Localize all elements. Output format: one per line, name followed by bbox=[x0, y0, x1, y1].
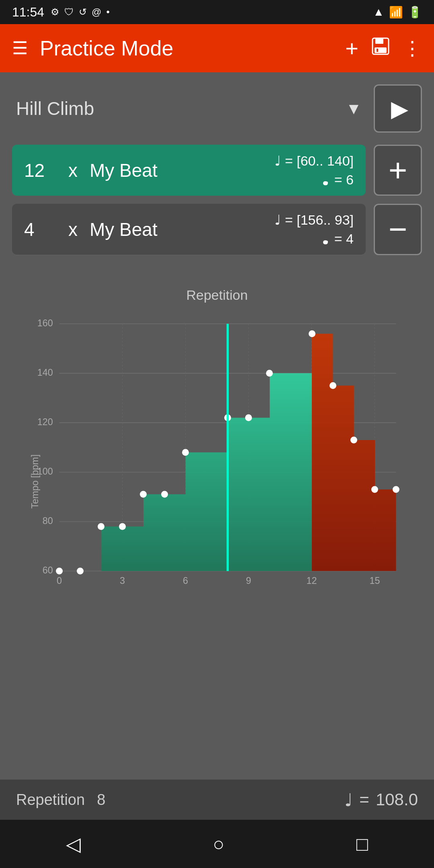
tempo-note: ♩ bbox=[344, 790, 353, 810]
x-label-9: 9 bbox=[246, 575, 251, 586]
bottom-left: Repetition 8 bbox=[16, 791, 105, 809]
y-label-140: 140 bbox=[37, 367, 53, 378]
beat-name-1: My Beat bbox=[90, 160, 158, 181]
data-point-1 bbox=[77, 567, 84, 574]
bottom-status: Repetition 8 ♩ = 108.0 bbox=[0, 780, 434, 820]
data-point-r4 bbox=[393, 486, 399, 493]
red-area bbox=[312, 334, 396, 571]
dropdown-text: Hill Climb bbox=[16, 98, 346, 119]
beat-left-1: 12 x My Beat bbox=[24, 160, 158, 181]
status-left: 11:54 ⚙ 🛡 ↺ @ • bbox=[12, 5, 110, 20]
refresh-icon: ↺ bbox=[79, 6, 87, 18]
home-nav-icon[interactable]: ○ bbox=[213, 833, 224, 855]
y-label-60: 60 bbox=[43, 565, 53, 575]
app-bar-actions: + ⋮ bbox=[345, 35, 422, 61]
menu-icon[interactable]: ☰ bbox=[12, 39, 28, 57]
data-point-2 bbox=[98, 523, 104, 530]
beat-list: 12 x My Beat ♩ = [60.. 140] = 6 + 4 bbox=[12, 145, 422, 263]
data-point-r0 bbox=[309, 330, 315, 337]
bottom-right: ♩ = 108.0 bbox=[344, 790, 418, 810]
beat-item-row-1: 12 x My Beat ♩ = [60.. 140] = 6 + bbox=[12, 145, 422, 196]
beat-x-2: x bbox=[68, 219, 78, 240]
beat-right-2: ♩ = [156.. 93] = 4 bbox=[274, 212, 354, 247]
data-point-6 bbox=[182, 449, 189, 456]
beat-name-2: My Beat bbox=[90, 219, 158, 240]
data-point-r3 bbox=[371, 486, 378, 493]
beat-item-active[interactable]: 12 x My Beat ♩ = [60.. 140] = 6 bbox=[12, 145, 366, 196]
data-point-3 bbox=[119, 523, 126, 530]
battery-icon: 🔋 bbox=[408, 6, 422, 19]
data-point-0 bbox=[56, 567, 63, 574]
data-point-9 bbox=[245, 414, 252, 421]
x-label-0: 0 bbox=[57, 575, 62, 586]
tempo-value: 108.0 bbox=[376, 790, 418, 809]
back-nav-icon[interactable]: ◁ bbox=[66, 833, 81, 855]
beat-steps-2: = 4 bbox=[320, 231, 354, 247]
beat-steps-1: = 6 bbox=[320, 172, 354, 188]
chart-container: Tempo [bpm] 160 140 120 bbox=[20, 311, 414, 592]
beat-right-1: ♩ = [60.. 140] = 6 bbox=[274, 153, 354, 188]
app-bar: ☰ Practice Mode + ⋮ bbox=[0, 24, 434, 72]
data-point-r2 bbox=[350, 436, 357, 443]
signal-icon: 📶 bbox=[389, 6, 403, 19]
dropdown-arrow-icon: ▼ bbox=[346, 100, 362, 118]
status-right: ▲ 📶 🔋 bbox=[373, 6, 422, 19]
nav-bar: ◁ ○ □ bbox=[0, 820, 434, 868]
beat-item-row-2: 4 x My Beat ♩ = [156.. 93] = 4 − bbox=[12, 204, 422, 255]
data-point-4 bbox=[140, 491, 147, 498]
y-label-100: 100 bbox=[37, 466, 53, 477]
svg-rect-3 bbox=[377, 49, 378, 52]
x-label-3: 3 bbox=[120, 575, 125, 586]
y-axis-title: Tempo [bpm] bbox=[30, 454, 40, 509]
play-button[interactable]: ▶ bbox=[374, 84, 422, 133]
y-label-80: 80 bbox=[43, 516, 53, 526]
shield-icon: 🛡 bbox=[64, 6, 74, 18]
beat-count-2: 4 bbox=[24, 219, 56, 240]
repetition-value: 8 bbox=[97, 791, 105, 809]
dropdown-row: Hill Climb ▼ ▶ bbox=[12, 84, 422, 133]
play-icon: ▶ bbox=[391, 96, 408, 122]
wifi-icon: ▲ bbox=[373, 6, 384, 18]
data-point-5 bbox=[161, 491, 168, 498]
status-time: 11:54 bbox=[12, 5, 44, 20]
remove-beat-button[interactable]: − bbox=[374, 204, 422, 255]
chart-section: Repetition Tempo [bpm] 160 140 bbox=[12, 279, 422, 600]
svg-rect-2 bbox=[375, 47, 387, 53]
beat-tempo-2: ♩ = [156.. 93] bbox=[274, 212, 354, 228]
y-label-160: 160 bbox=[37, 318, 53, 328]
tempo-equals: = bbox=[359, 790, 369, 809]
status-icons: ⚙ 🛡 ↺ @ • bbox=[51, 6, 110, 18]
beat-left-2: 4 x My Beat bbox=[24, 219, 158, 240]
x-label-12: 12 bbox=[306, 575, 317, 586]
x-label-6: 6 bbox=[183, 575, 188, 586]
status-bar: 11:54 ⚙ 🛡 ↺ @ • ▲ 📶 🔋 bbox=[0, 0, 434, 24]
add-beat-button[interactable]: + bbox=[374, 145, 422, 196]
beat-count-1: 12 bbox=[24, 160, 56, 181]
dot-icon: • bbox=[106, 6, 109, 18]
repetition-label: Repetition bbox=[16, 791, 85, 809]
beat-item-inactive[interactable]: 4 x My Beat ♩ = [156.. 93] = 4 bbox=[12, 204, 366, 255]
settings-icon: ⚙ bbox=[51, 6, 59, 18]
main-content: Hill Climb ▼ ▶ 12 x My Beat ♩ = [60.. 14… bbox=[0, 72, 434, 780]
more-icon[interactable]: ⋮ bbox=[403, 37, 422, 59]
tempo-chart: Tempo [bpm] 160 140 120 bbox=[20, 311, 414, 592]
data-point-r1 bbox=[330, 382, 336, 389]
add-icon[interactable]: + bbox=[345, 35, 358, 61]
beat-x-1: x bbox=[68, 160, 78, 181]
recents-nav-icon[interactable]: □ bbox=[356, 833, 368, 855]
app-title: Practice Mode bbox=[40, 36, 333, 60]
preset-dropdown[interactable]: Hill Climb ▼ bbox=[12, 90, 366, 127]
svg-rect-1 bbox=[375, 38, 383, 44]
y-label-120: 120 bbox=[37, 417, 53, 427]
at-icon: @ bbox=[92, 6, 101, 18]
x-label-15: 15 bbox=[369, 575, 380, 586]
data-point-10 bbox=[266, 370, 273, 377]
chart-title: Repetition bbox=[20, 287, 414, 303]
save-icon[interactable] bbox=[371, 36, 391, 61]
beat-tempo-1: ♩ = [60.. 140] bbox=[274, 153, 354, 169]
